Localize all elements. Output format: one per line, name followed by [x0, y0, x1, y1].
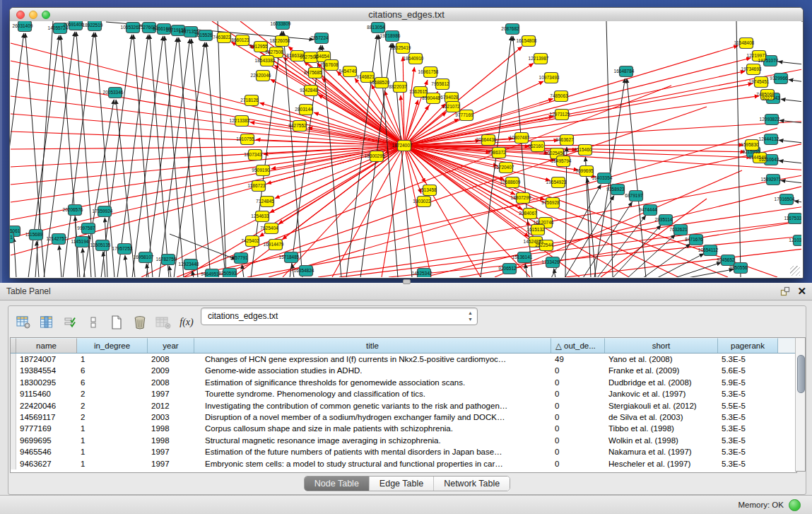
column-header-title[interactable]: title: [194, 338, 551, 353]
panel-title: Table Panel: [6, 286, 51, 296]
table-cell: 6: [77, 365, 148, 376]
node-label: 7425402: [241, 238, 259, 243]
memory-status-button[interactable]: [789, 499, 801, 511]
table-row[interactable]: 946554611997Estimation of the future num…: [11, 446, 796, 457]
table-row[interactable]: 911546021997Tourette syndrome. Phenomeno…: [11, 388, 796, 399]
node-label: 1186723: [248, 183, 266, 188]
table-cell: 1998: [148, 435, 194, 446]
table-cell: Wolkin et al. (1998): [605, 435, 718, 446]
node-label: 9474444: [639, 207, 657, 212]
row-gutter: [11, 458, 16, 469]
show-columns-icon[interactable]: [36, 313, 57, 332]
table-rows-icon[interactable]: [83, 313, 104, 332]
table-cell: 9699695: [16, 435, 77, 446]
node-label: 15136141: [512, 255, 533, 259]
node-label: 1115689: [25, 232, 43, 237]
resize-grip[interactable]: [790, 266, 800, 276]
window-titlebar[interactable]: citations_edges.txt: [10, 8, 803, 22]
node-label: 16120746: [534, 220, 554, 225]
table-cell: Stergiakouli et al. (2012): [605, 400, 718, 411]
network-edge: [11, 78, 404, 146]
table-cell: 0: [551, 411, 605, 423]
node-label: 7515526: [194, 33, 213, 37]
network-edge: [132, 36, 163, 277]
column-header-year[interactable]: year: [148, 338, 194, 353]
float-window-icon[interactable]: [780, 286, 790, 296]
node-table[interactable]: namein_degreeyeartitle△ out_de...shortpa…: [10, 337, 797, 473]
network-edge: [141, 146, 404, 277]
scrollbar-thumb[interactable]: [797, 355, 805, 393]
node-label: 10807487: [510, 135, 530, 140]
node-label: 10973493: [539, 75, 560, 80]
table-cell: Nakamura et al. (1997): [605, 446, 718, 457]
node-label: 7124845: [256, 199, 274, 204]
node-label: 20206576: [63, 207, 83, 212]
table-row[interactable]: 969969511998Structural magnetic resonanc…: [11, 435, 796, 446]
table-row[interactable]: 1938455462009Genome-wide association stu…: [11, 365, 796, 376]
table-row[interactable]: 2242004622012Investigating the contribut…: [11, 400, 796, 411]
table-row[interactable]: 977716911998Corpus callosum shape and si…: [11, 423, 796, 434]
network-canvas[interactable]: 1872400718300295260314091405572420691406…: [10, 21, 801, 277]
column-header-name[interactable]: name: [16, 338, 77, 353]
network-view-window[interactable]: citations_edges.txt 1872400718: [9, 7, 804, 279]
node-label: 9242848: [300, 88, 318, 93]
table-cell: 1997: [148, 388, 194, 399]
table-cell: 0: [551, 365, 605, 376]
network-edge: [525, 264, 527, 277]
node-label: 20053346: [103, 90, 124, 95]
splitter-grip[interactable]: [403, 279, 411, 284]
tab-node-table[interactable]: Node Table: [305, 477, 369, 491]
node-label: 16961758: [418, 69, 439, 74]
table-selector-dropdown[interactable]: citations_edges.txt ▲▼: [201, 308, 478, 325]
tab-network-table[interactable]: Network Table: [433, 477, 510, 491]
node-label: 18300295: [365, 153, 385, 158]
table-cell: 1: [77, 446, 148, 457]
table-cell: 0: [551, 458, 605, 469]
table-cell: 5.3E-5: [718, 411, 778, 423]
table-cell: Estimation of significance thresholds fo…: [194, 377, 551, 388]
column-header-out-de-[interactable]: △ out_de...: [551, 338, 605, 353]
node-label: 1615132: [526, 227, 545, 232]
node-label: 10654112: [698, 247, 719, 252]
node-label: 9115460: [575, 147, 592, 152]
network-edge: [11, 114, 404, 146]
vertical-scrollbar[interactable]: [795, 337, 806, 472]
network-edge: [83, 248, 85, 277]
table-cell: 2: [77, 400, 148, 411]
network-edge: [170, 234, 236, 259]
node-label: 10025458: [545, 151, 565, 156]
close-icon[interactable]: ✕: [797, 286, 806, 296]
table-row[interactable]: 1872400712008Changes of HCN gene express…: [11, 354, 796, 365]
dropdown-arrows-icon: ▲▼: [468, 310, 473, 322]
column-header-short[interactable]: short: [605, 338, 718, 353]
network-edge: [643, 244, 690, 277]
table-row[interactable]: 1830029562008Estimation of significance …: [11, 377, 796, 388]
node-label: 17016504: [775, 197, 795, 201]
delete-icon[interactable]: [129, 313, 151, 332]
network-graph[interactable]: 1872400718300295260314091405572420691406…: [10, 21, 801, 277]
table-cell: 0: [551, 446, 605, 457]
node-label: 1362615: [409, 89, 428, 94]
node-label: 16354824: [294, 268, 314, 273]
table-panel-header[interactable]: Table Panel ✕: [0, 283, 812, 300]
table-cell: 19384554: [16, 365, 77, 376]
node-label: 13505135: [90, 243, 111, 247]
table-row[interactable]: 1456911722003Disruption of a novel membe…: [11, 411, 796, 423]
network-edge: [781, 99, 801, 103]
tab-edge-table[interactable]: Edge Table: [369, 477, 433, 491]
table-row[interactable]: 946362711997Embryonic stem cells: a mode…: [11, 458, 796, 469]
node-label: 12142757: [47, 236, 67, 241]
delete-table-icon[interactable]: [153, 313, 174, 332]
node-label: 9245652: [717, 257, 735, 262]
column-header-in-degree[interactable]: in_degree: [77, 338, 148, 353]
node-label: 9329966: [770, 76, 788, 81]
network-edge: [404, 146, 481, 277]
new-document-icon[interactable]: [106, 313, 127, 332]
node-label: 9206512: [498, 266, 517, 271]
column-header-pagerank[interactable]: pagerank: [718, 338, 778, 353]
select-rows-icon[interactable]: [59, 313, 81, 332]
table-settings-icon[interactable]: [13, 313, 34, 332]
function-builder-icon[interactable]: f(x): [176, 313, 197, 332]
node-label: 2803144: [295, 107, 313, 112]
node-label: 1807343: [244, 152, 262, 157]
